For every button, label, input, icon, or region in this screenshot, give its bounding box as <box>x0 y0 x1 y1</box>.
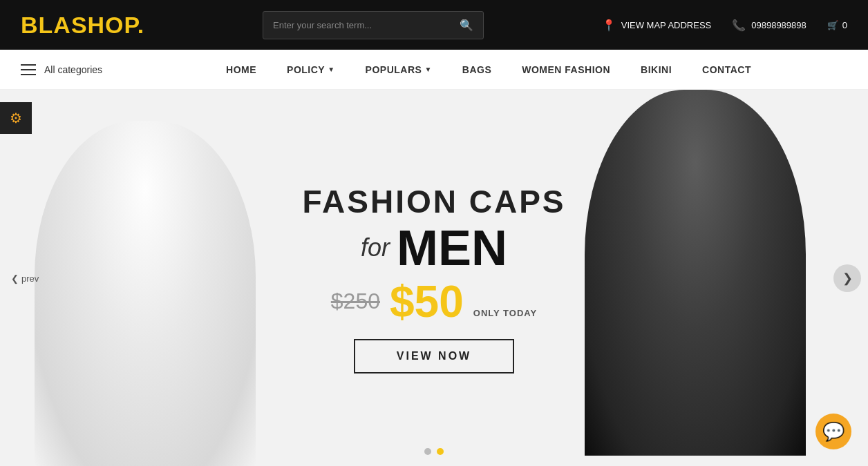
prev-arrow-area[interactable]: ❮ prev <box>11 273 39 283</box>
phone-number: 09898989898 <box>751 20 806 30</box>
settings-button[interactable]: ⚙ <box>0 102 32 134</box>
all-categories-label[interactable]: All categories <box>44 64 102 75</box>
logo-dot: . <box>138 12 144 38</box>
search-bar: 🔍 <box>263 11 484 39</box>
messenger-button[interactable]: 💬 <box>815 414 851 449</box>
hamburger-menu[interactable] <box>21 64 36 75</box>
man-right-image <box>585 90 847 466</box>
prev-arrow-icon: ❮ <box>11 273 19 283</box>
search-icon: 🔍 <box>460 19 473 31</box>
man-right-silhouette <box>585 90 806 456</box>
hamburger-line-3 <box>21 74 36 75</box>
nav-item-bikini[interactable]: BIKINI <box>625 50 687 90</box>
hamburger-line-2 <box>21 69 36 70</box>
hero-dot-1[interactable] <box>424 448 431 455</box>
phone-icon: 📞 <box>732 19 746 32</box>
phone-link[interactable]: 📞 09898989898 <box>732 19 806 32</box>
nav-item-policy[interactable]: POLICY ▼ <box>272 50 350 90</box>
hero-dot-2[interactable] <box>437 448 444 455</box>
hero-old-price: $250 <box>331 289 380 314</box>
hero-price-row: $250 $50 ONLY TODAY <box>302 280 565 324</box>
hero-new-price: $50 <box>390 280 464 324</box>
hero-dots <box>424 448 444 455</box>
settings-icon: ⚙ <box>10 110 22 126</box>
nav-item-populars[interactable]: POPULARS ▼ <box>350 50 447 90</box>
map-address-link[interactable]: 📍 VIEW MAP ADDRESS <box>602 19 712 32</box>
man-left-image <box>35 93 311 466</box>
nav-bar: All categories HOME POLICY ▼ POPULARS ▼ … <box>0 50 868 90</box>
cart-icon: 🛒 <box>827 20 838 30</box>
nav-item-bags[interactable]: BAGS <box>447 50 507 90</box>
hero-cta-button[interactable]: VIEW NOW <box>354 339 514 373</box>
header-right: 📍 VIEW MAP ADDRESS 📞 09898989898 🛒 0 <box>602 19 847 32</box>
map-address-label: VIEW MAP ADDRESS <box>621 20 712 30</box>
next-arrow-button[interactable]: ❯ <box>833 264 861 292</box>
hero-section: ⚙ ❮ prev FASHION CAPS for MEN $250 $50 O… <box>0 90 868 466</box>
cart-area[interactable]: 🛒 0 <box>827 20 847 30</box>
hero-men-text: MEN <box>397 223 507 273</box>
hamburger-line-1 <box>21 64 36 66</box>
hero-for-text: for <box>361 233 390 262</box>
populars-caret: ▼ <box>424 66 431 73</box>
header: BLASHOP. 🔍 📍 VIEW MAP ADDRESS 📞 09898989… <box>0 0 868 50</box>
hero-title: FASHION CAPS <box>302 183 565 220</box>
map-pin-icon: 📍 <box>602 19 616 32</box>
man-left-silhouette <box>35 121 256 466</box>
nav-item-home[interactable]: HOME <box>211 50 272 90</box>
logo[interactable]: BLASHOP. <box>21 12 144 39</box>
nav-item-contact[interactable]: CONTACT <box>687 50 766 90</box>
hero-only-today: ONLY TODAY <box>473 308 537 324</box>
prev-label: prev <box>21 273 39 283</box>
hero-content: FASHION CAPS for MEN $250 $50 ONLY TODAY… <box>302 183 565 373</box>
messenger-icon: 💬 <box>822 421 845 443</box>
next-arrow-icon: ❯ <box>842 271 853 286</box>
nav-links: HOME POLICY ▼ POPULARS ▼ BAGS WOMEN FASH… <box>130 50 847 90</box>
search-input[interactable] <box>263 13 450 37</box>
logo-text: BLASHOP <box>21 12 138 38</box>
search-button[interactable]: 🔍 <box>450 12 483 39</box>
nav-item-women-fashion[interactable]: WOMEN FASHION <box>507 50 625 90</box>
cart-count: 0 <box>842 20 847 30</box>
hero-subtitle-row: for MEN <box>302 223 565 273</box>
policy-caret: ▼ <box>328 66 334 73</box>
